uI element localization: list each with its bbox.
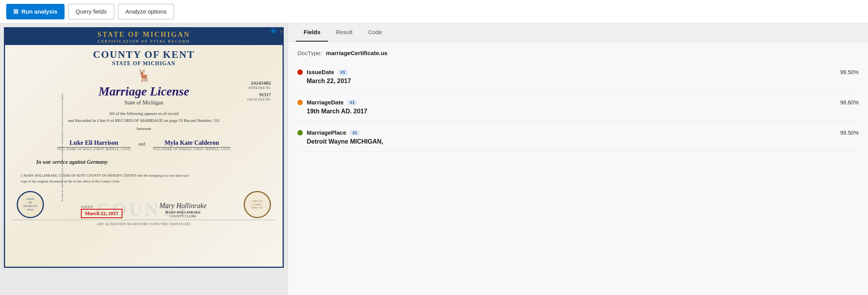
field-left-marriageplace: MarriagePlace #1: [297, 129, 360, 136]
cert-file-info: 24245482 STATE FILE NO. 91517 LOCAL FILE…: [247, 80, 271, 101]
cert-file-no: 24245482: [247, 80, 271, 86]
doctype-row: DocType: marriageCertificate.us: [297, 50, 859, 61]
tab-code[interactable]: Code: [360, 23, 390, 42]
field-value-issuedate: March 22, 2017: [297, 78, 859, 85]
field-value-marriageplace: Detroit Wayne MICHIGAN,: [297, 138, 859, 145]
tab-result[interactable]: Result: [328, 23, 360, 42]
cert-between: between: [21, 125, 267, 132]
field-badge-marriageplace: #1: [350, 130, 360, 135]
field-left-marriagedate: MarriageDate #1: [297, 99, 357, 106]
cert-county-name: COUNTY OF KENT: [5, 49, 283, 61]
field-item-marriagedate: MarriageDate #1 98.60% 19th March AD. 20…: [297, 99, 859, 121]
cert-bottom-notice: ANY ALTERATION OR ERASURE VOIDS THIS CER…: [13, 220, 275, 227]
cert-name-female: Myla Kate Calderon: [153, 139, 231, 148]
cert-clerk-text: I, MARY HOLLINRAKE, CLERK OF KENT COUNTY…: [5, 170, 283, 187]
cert-signer-title: COUNTY CLERK: [159, 214, 206, 218]
document-viewer: 👁 ▾ Except for signature, spaces left bl…: [0, 23, 288, 295]
cert-body: All of the following appears as of recor…: [5, 107, 283, 135]
cert-body-line1: All of the following appears as of recor…: [21, 110, 267, 117]
field-name-issuedate: IssueDate: [307, 69, 334, 75]
field-confidence-issuedate: 99.50%: [840, 69, 859, 75]
cert-signature: Mary Hollinrake: [159, 202, 206, 210]
cert-vital-record: CERTIFICATION OF VITAL RECORD: [5, 39, 283, 43]
cert-county-state: STATE OF MICHIGAN: [5, 61, 283, 67]
run-analysis-button[interactable]: ⊞ Run analysis: [6, 4, 65, 19]
cert-local-file: 91517: [247, 92, 271, 98]
cert-emblem: 🦌: [5, 67, 283, 84]
field-dot-marriageplace: [297, 130, 303, 135]
panel-content: DocType: marriageCertificate.us IssueDat…: [288, 42, 868, 295]
cert-signature-block: Mary Hollinrake MARY HOLLINRAKE COUNTY C…: [159, 202, 206, 218]
cert-seal: STATEOFMICHIGANSEAL: [17, 191, 44, 218]
field-left-issuedate: IssueDate #1: [297, 69, 348, 75]
field-value-marriagedate: 19th March AD. 2017: [297, 108, 859, 115]
cert-state: State of Michigan: [5, 99, 283, 107]
doc-controls: 👁 ▾: [270, 27, 283, 36]
field-name-marriageplace: MarriagePlace: [307, 129, 346, 136]
cert-dated-label: DATED:: [81, 205, 122, 209]
cert-name-male: Luke Eli Harrison: [57, 139, 131, 148]
field-name-marriagedate: MarriageDate: [307, 99, 344, 106]
field-header-marriageplace: MarriagePlace #1 99.50%: [297, 129, 859, 136]
right-panel: Fields Result Code DocType: marriageCert…: [288, 23, 868, 295]
cert-signer-name: MARY HOLLINRAKE: [159, 210, 206, 214]
field-header-issuedate: IssueDate #1 99.50%: [297, 69, 859, 75]
eye-icon[interactable]: 👁: [270, 27, 278, 36]
cert-footer-row: STATEOFMICHIGANSEAL DATED: March 22, 201…: [5, 187, 283, 218]
cert-court-seal: CIRCUITCOURTKENT CO.: [244, 191, 271, 218]
cert-name-female-block: Myla Kate Calderon FULL NAME OF FEMALE (…: [153, 139, 231, 151]
cert-name-male-block: Luke Eli Harrison FULL NAME OF MALE (FIR…: [57, 139, 131, 151]
field-dot-marriagedate: [297, 100, 303, 105]
run-analysis-label: Run analysis: [21, 8, 58, 15]
cert-county: COUNTY OF KENT STATE OF MICHIGAN: [5, 45, 283, 67]
field-badge-marriagedate: #1: [348, 100, 357, 105]
field-item-issuedate: IssueDate #1 99.50% March 22, 2017: [297, 69, 859, 91]
cert-date-value: March 22, 2017: [81, 209, 122, 218]
query-fields-button[interactable]: Query fields: [68, 4, 114, 19]
cert-local-file-label: LOCAL FILE NO.: [247, 98, 271, 101]
panel-tabs: Fields Result Code: [288, 23, 868, 42]
doctype-value: marriageCertificate.us: [326, 50, 388, 56]
field-item-marriageplace: MarriagePlace #1 99.50% Detroit Wayne MI…: [297, 129, 859, 152]
doctype-label: DocType:: [297, 50, 322, 56]
cert-left-text: Except for signature, spaces left blank …: [61, 94, 64, 201]
cert-state-header: STATE OF MICHIGAN: [5, 31, 283, 39]
cert-and: and: [138, 141, 145, 151]
cert-name-female-label: FULL NAME OF FEMALE (FIRST, MIDDLE, LAST…: [153, 148, 231, 151]
field-badge-issuedate: #1: [338, 69, 348, 75]
cert-date-block: DATED: March 22, 2017: [81, 205, 122, 218]
cert-war-text: In war service against Germany: [5, 155, 283, 170]
cert-name-male-label: FULL NAME OF MALE (FIRST, MIDDLE, LAST): [57, 148, 131, 151]
cert-file-no-label: STATE FILE NO.: [247, 86, 271, 90]
main-layout: 👁 ▾ Except for signature, spaces left bl…: [0, 23, 868, 295]
analyze-options-button[interactable]: Analyze options: [118, 4, 174, 19]
run-icon: ⊞: [13, 8, 18, 15]
toolbar: ⊞ Run analysis Query fields Analyze opti…: [0, 0, 868, 23]
field-confidence-marriageplace: 99.50%: [840, 130, 859, 136]
tab-fields[interactable]: Fields: [296, 23, 328, 42]
field-confidence-marriagedate: 98.60%: [840, 99, 859, 106]
cert-main-title: Marriage License: [5, 84, 283, 99]
chevron-down-icon[interactable]: ▾: [280, 28, 283, 35]
field-dot-issuedate: [297, 69, 303, 75]
cert-names-row: Luke Eli Harrison FULL NAME OF MALE (FIR…: [5, 135, 283, 155]
cert-header: STATE OF MICHIGAN CERTIFICATION OF VITAL…: [5, 28, 283, 45]
certificate-image: Except for signature, spaces left blank …: [4, 27, 284, 268]
cert-body-line2: and Recorded in Liber 8 of RECORD OF MAR…: [21, 117, 267, 124]
field-header-marriagedate: MarriageDate #1 98.60%: [297, 99, 859, 106]
